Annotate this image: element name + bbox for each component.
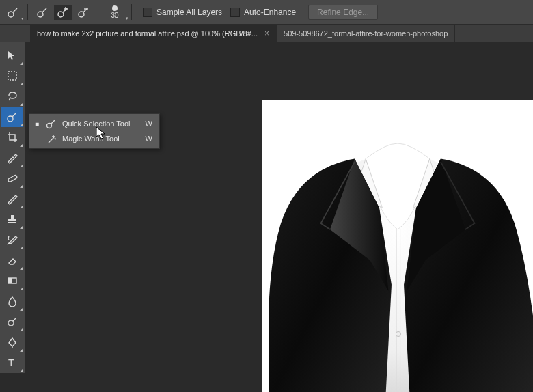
- type-icon: T: [6, 356, 18, 369]
- marquee-tool[interactable]: [1, 66, 23, 86]
- flyout-item-magic-wand[interactable]: Magic Wand Tool W: [29, 131, 159, 146]
- brush-preview-icon: [112, 5, 118, 11]
- tab-document-1[interactable]: how to make 2x2 picture and formal attir…: [30, 25, 277, 42]
- svg-point-0: [8, 12, 14, 17]
- svg-text:T: T: [8, 357, 14, 368]
- checkbox-icon: [230, 8, 240, 17]
- document-content-image: [262, 100, 533, 392]
- healing-brush-tool[interactable]: [1, 168, 23, 188]
- paintbrush-icon: [6, 193, 18, 205]
- pen-tool[interactable]: [1, 332, 23, 352]
- marquee-icon: [6, 70, 18, 82]
- brush-minus-icon: [77, 6, 90, 18]
- eyedropper-icon: [6, 152, 18, 164]
- brush-select-icon: [7, 6, 19, 18]
- move-icon: [6, 49, 18, 61]
- svg-point-13: [396, 331, 400, 336]
- svg-point-1: [38, 12, 43, 17]
- sample-all-layers-checkbox[interactable]: Sample All Layers: [143, 8, 222, 17]
- tab-label: how to make 2x2 picture and formal attir…: [37, 29, 258, 38]
- magic-wand-icon: [46, 133, 57, 144]
- flyout-item-label: Quick Selection Tool: [62, 120, 133, 128]
- flyout-item-label: Magic Wand Tool: [62, 135, 133, 143]
- svg-rect-6: [8, 175, 18, 182]
- blur-tool[interactable]: [1, 291, 23, 311]
- move-tool[interactable]: [1, 45, 23, 66]
- dodge-tool[interactable]: [1, 311, 23, 332]
- tool-flyout-menu: ■ Quick Selection Tool W Magic Wand Tool…: [29, 113, 160, 149]
- gradient-tool[interactable]: [1, 270, 23, 291]
- flyout-item-quick-selection[interactable]: ■ Quick Selection Tool W: [29, 116, 159, 131]
- tab-document-2[interactable]: 509-5098672_formal-attire-for-women-phot…: [277, 25, 455, 42]
- add-to-selection-button[interactable]: [54, 5, 72, 20]
- lasso-tool[interactable]: [1, 86, 23, 107]
- eraser-tool[interactable]: [1, 250, 23, 270]
- active-mark: ■: [33, 120, 40, 128]
- crop-tool[interactable]: [1, 127, 23, 148]
- gradient-icon: [6, 275, 18, 287]
- eraser-icon: [6, 254, 18, 266]
- chevron-down-icon: ▾: [21, 16, 23, 20]
- new-selection-button[interactable]: [33, 5, 51, 20]
- auto-enhance-checkbox[interactable]: Auto-Enhance: [230, 8, 296, 17]
- svg-point-11: [47, 124, 52, 128]
- svg-rect-4: [8, 72, 16, 80]
- history-brush-tool[interactable]: [1, 229, 23, 250]
- quick-select-icon: [46, 118, 57, 129]
- lasso-icon: [6, 90, 18, 102]
- svg-point-2: [58, 12, 64, 17]
- flyout-item-shortcut: W: [146, 135, 152, 143]
- crop-icon: [6, 131, 18, 143]
- type-tool[interactable]: T: [1, 352, 23, 373]
- chevron-down-icon: ▾: [126, 16, 128, 20]
- clone-stamp-tool[interactable]: [1, 209, 23, 229]
- brush-icon: [36, 6, 49, 18]
- bandage-icon: [6, 172, 18, 184]
- quick-select-icon: [6, 111, 18, 123]
- brush-size-picker[interactable]: 30 ▾: [104, 3, 126, 22]
- checkbox-label: Auto-Enhance: [244, 8, 296, 17]
- svg-point-5: [8, 116, 13, 122]
- document-tabs: how to make 2x2 picture and formal attir…: [0, 25, 533, 42]
- brush-tool[interactable]: [1, 188, 23, 209]
- subtract-from-selection-button[interactable]: [74, 5, 92, 20]
- brush-size-value: 30: [111, 12, 118, 19]
- stamp-icon: [6, 213, 18, 225]
- canvas-area: [25, 42, 533, 392]
- divider: [98, 4, 98, 20]
- document-canvas[interactable]: [262, 100, 533, 392]
- quick-selection-tool[interactable]: [1, 107, 23, 127]
- current-tool-indicator[interactable]: ▾: [4, 5, 22, 20]
- droplet-icon: [6, 295, 18, 307]
- tab-label: 509-5098672_formal-attire-for-women-phot…: [284, 29, 448, 38]
- close-icon[interactable]: ×: [264, 29, 269, 38]
- options-bar: ▾ 30 ▾ Sample All Layers Auto-Enhance Re…: [0, 0, 533, 25]
- checkbox-label: Sample All Layers: [156, 8, 222, 17]
- brush-plus-icon: [57, 6, 69, 18]
- pen-icon: [6, 336, 18, 348]
- divider: [27, 4, 28, 20]
- checkbox-icon: [143, 8, 152, 17]
- refine-edge-button[interactable]: Refine Edge...: [308, 5, 378, 20]
- svg-point-3: [79, 12, 84, 17]
- tools-panel: T: [0, 42, 25, 373]
- dodge-icon: [6, 316, 18, 328]
- svg-point-9: [8, 320, 14, 326]
- button-label: Refine Edge...: [317, 8, 369, 17]
- divider: [131, 4, 132, 20]
- svg-rect-8: [8, 278, 12, 283]
- history-brush-icon: [6, 234, 18, 246]
- flyout-item-shortcut: W: [146, 120, 152, 128]
- eyedropper-tool[interactable]: [1, 148, 23, 168]
